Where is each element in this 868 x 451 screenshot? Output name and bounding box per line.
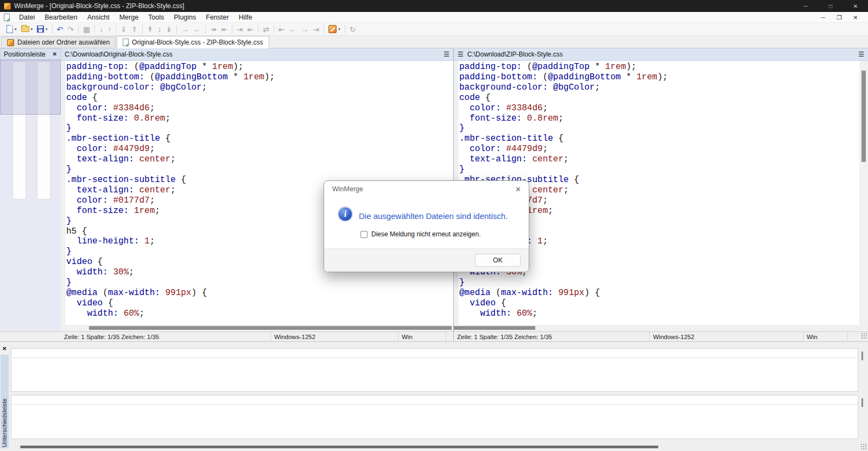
scrollbar-thumb[interactable] (861, 398, 863, 407)
code-line[interactable]: color: #3384d6; (66, 103, 453, 114)
difference-pane-horizontal-scrollbar[interactable] (9, 443, 868, 451)
pane-menu-icon[interactable]: ☰ (858, 51, 864, 58)
copy-all-right-button[interactable]: ⇥ (235, 23, 245, 35)
menu-item-fenster[interactable]: Fenster (201, 14, 233, 21)
code-line[interactable]: } (459, 165, 859, 175)
menu-item-ansicht[interactable]: Ansicht (83, 14, 115, 21)
difference-view-bottom[interactable] (11, 395, 858, 439)
pane-menu-icon[interactable]: ☰ (458, 51, 464, 58)
close-button[interactable]: ✕ (843, 0, 868, 12)
status-encoding[interactable]: Windows-1252 (650, 332, 803, 341)
menu-item-bearbeiten[interactable]: Bearbeiten (40, 14, 82, 21)
next-file-button[interactable]: → (299, 23, 311, 35)
code-line[interactable]: width: 60%; (66, 309, 453, 319)
code-line[interactable]: color: #4479d9; (459, 144, 859, 154)
refresh-button[interactable]: ↻ (347, 23, 358, 35)
undo-button[interactable]: ↶ (55, 23, 66, 35)
save-button[interactable]: ▾ (35, 23, 50, 35)
code-line[interactable]: } (66, 165, 453, 175)
code-line[interactable]: background-color: @bgColor; (66, 83, 453, 93)
code-line[interactable]: padding-bottom: (@paddingBottom * 1rem); (459, 72, 859, 83)
scrollbar-thumb[interactable] (861, 71, 866, 162)
first-difference-button[interactable]: ↟ (145, 23, 156, 35)
scrollbar-thumb[interactable] (89, 326, 452, 330)
redo-button[interactable]: ↷ (65, 23, 76, 35)
location-pane-close-icon[interactable]: ✕ (53, 51, 57, 57)
copy-left-button[interactable]: ← (191, 23, 203, 35)
scrollbar-thumb[interactable] (454, 326, 535, 330)
code-line[interactable]: padding-top: (@paddingTop * 1rem); (66, 62, 453, 72)
code-line[interactable]: font-size: 0.8rem; (66, 114, 453, 124)
code-line[interactable]: video { (66, 298, 453, 309)
code-line[interactable]: @media (max-width: 991px) { (459, 288, 859, 298)
dropdown-arrow-icon[interactable]: ▾ (15, 27, 17, 32)
horizontal-scrollbar-right[interactable] (454, 325, 859, 331)
code-line[interactable]: } (459, 123, 859, 134)
menu-item-merge[interactable]: Merge (115, 14, 143, 21)
code-line[interactable]: } (66, 123, 453, 134)
resize-grip[interactable] (861, 333, 867, 339)
last-difference-button[interactable]: ↡ (163, 23, 174, 35)
code-line[interactable]: padding-top: (@paddingTop * 1rem); (459, 62, 859, 72)
dropdown-arrow-icon[interactable]: ▾ (46, 27, 48, 32)
code-line[interactable]: width: 60%; (459, 309, 859, 319)
status-eol-mode[interactable]: Win (398, 332, 446, 341)
menu-item-datei[interactable]: Datei (14, 14, 40, 21)
current-difference-button[interactable]: ↕ (155, 23, 163, 35)
copy-all-left-button[interactable]: ⇤ (245, 23, 256, 35)
code-line[interactable]: } (66, 278, 453, 288)
dont-show-again-checkbox[interactable] (360, 231, 368, 238)
mdi-close-button[interactable]: ✕ (847, 14, 864, 21)
copy-right-advance-button[interactable]: ↠ (208, 23, 219, 35)
code-line[interactable]: text-align: center; (459, 154, 859, 165)
copy-left-advance-button[interactable]: ↞ (219, 23, 230, 35)
current-difference-up-button[interactable]: ⇑ (129, 23, 140, 35)
tab-folder-selection[interactable]: Dateien oder Ordner auswählen (1, 36, 116, 48)
pane-menu-icon[interactable]: ☰ (443, 51, 449, 58)
copy-right-button[interactable]: → (179, 23, 191, 35)
tab-file-comparison[interactable]: Original-Block-Style.css - ZIP-Block-Sty… (117, 36, 269, 48)
plugin-options-button[interactable]: ▾ (326, 23, 343, 35)
code-line[interactable]: .mbr-section-title { (459, 134, 859, 144)
first-file-button[interactable]: ⇤ (276, 23, 287, 35)
scrollbar-thumb[interactable] (861, 352, 863, 360)
status-eol-mode[interactable]: Win (803, 332, 848, 341)
code-line[interactable]: font-size: 0.8rem; (459, 114, 859, 124)
view-layout-button[interactable]: ▦ (81, 23, 92, 35)
difference-view-top[interactable] (11, 348, 858, 392)
next-difference-button[interactable]: ↓ (97, 23, 105, 35)
code-line[interactable]: code { (66, 93, 453, 103)
last-file-button[interactable]: ⇥ (311, 23, 322, 35)
dropdown-arrow-icon[interactable]: ▾ (338, 27, 340, 32)
difference-pane-close-icon[interactable]: ✕ (2, 346, 7, 352)
location-pane-header[interactable]: Positionsleiste ✕ (0, 48, 61, 60)
code-line[interactable]: padding-bottom: (@paddingBottom * 1rem); (66, 72, 453, 83)
menu-item-tools[interactable]: Tools (143, 14, 169, 21)
current-difference-down-button[interactable]: ⇓ (118, 23, 129, 35)
previous-file-button[interactable]: ← (287, 23, 299, 35)
ok-button[interactable]: OK (475, 254, 521, 267)
open-button[interactable]: ▾ (19, 23, 35, 35)
mdi-restore-button[interactable]: ❐ (831, 14, 847, 21)
status-encoding[interactable]: Windows-1252 (271, 332, 398, 341)
code-line[interactable]: video { (459, 298, 859, 309)
minimize-button[interactable]: ─ (793, 0, 818, 12)
previous-difference-button[interactable]: ↑ (105, 23, 113, 35)
auto-merge-button[interactable]: ⇄ (261, 23, 271, 35)
dialog-close-icon[interactable]: ✕ (511, 184, 525, 195)
vertical-scrollbar-right[interactable] (859, 61, 868, 325)
location-pane-body[interactable] (0, 60, 61, 331)
mdi-minimize-button[interactable]: ─ (815, 14, 831, 21)
maximize-button[interactable]: □ (818, 0, 843, 12)
horizontal-scrollbar-left[interactable] (61, 325, 453, 331)
code-line[interactable]: .mbr-section-title { (66, 134, 453, 144)
scrollbar-thumb[interactable] (20, 446, 658, 448)
menu-item-hilfe[interactable]: Hilfe (234, 14, 257, 21)
code-line[interactable]: } (459, 278, 859, 288)
resize-grip[interactable] (860, 443, 867, 450)
code-line[interactable]: @media (max-width: 991px) { (66, 288, 453, 298)
dropdown-arrow-icon[interactable]: ▾ (31, 27, 33, 32)
new-button[interactable]: ▾ (4, 23, 19, 35)
code-line[interactable]: color: #3384d6; (459, 103, 859, 114)
menu-item-plugins[interactable]: Plugins (169, 14, 201, 21)
